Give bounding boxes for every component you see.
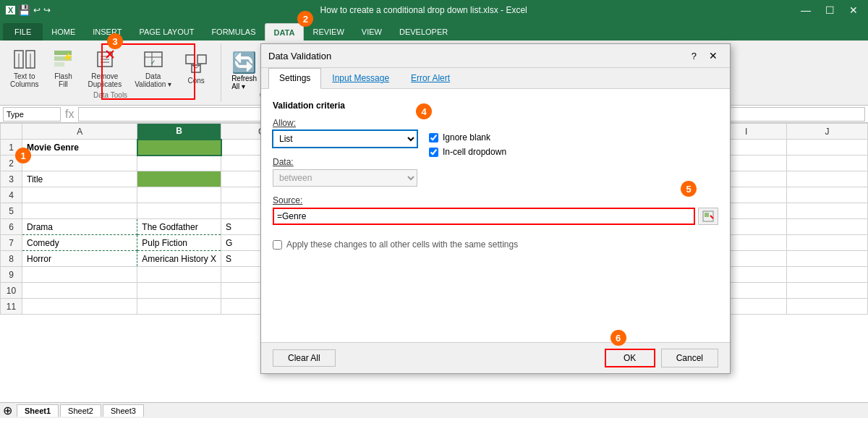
row-num-3: 3 — [1, 171, 22, 187]
cell-j5[interactable] — [787, 203, 868, 219]
cell-j6[interactable] — [787, 219, 868, 235]
formula-separator: fx — [65, 108, 74, 121]
minimize-button[interactable]: — — [796, 3, 815, 17]
cell-j8[interactable] — [787, 251, 868, 267]
tab-data[interactable]: DATA 2 — [265, 23, 305, 41]
source-field: Source: 5 — [273, 195, 718, 225]
badge-4: 4 — [416, 103, 432, 119]
undo-icon[interactable]: ↩ — [33, 5, 41, 15]
sheet-tab-3[interactable]: Sheet3 — [103, 404, 144, 417]
cell-a4[interactable] — [22, 187, 137, 203]
dialog-help-button[interactable]: ? — [687, 51, 701, 61]
source-label: Source: — [273, 195, 718, 205]
cell-b5[interactable] — [137, 203, 221, 219]
row-num-4: 4 — [1, 187, 22, 203]
sheet-tab-1[interactable]: Sheet1 — [17, 404, 59, 417]
dialog-tab-input-message[interactable]: Input Message — [321, 68, 400, 88]
cell-j11[interactable] — [787, 299, 868, 315]
ignore-blank-checkbox[interactable] — [429, 133, 438, 142]
remove-duplicates-label: RemoveDuplicates — [88, 72, 122, 88]
name-box[interactable] — [3, 107, 61, 122]
sheet-tab-2[interactable]: Sheet2 — [60, 404, 101, 417]
cell-a7[interactable]: Comedy — [22, 235, 137, 251]
cell-b11[interactable] — [137, 299, 221, 315]
source-select-button[interactable] — [698, 208, 718, 225]
new-sheet-button[interactable]: ⊕ — [3, 404, 12, 417]
cell-b8[interactable]: American History X — [137, 251, 221, 267]
cell-a8[interactable]: Horror — [22, 251, 137, 267]
data-validation-button[interactable]: ✓ DataValidation ▾ — [130, 45, 176, 91]
in-cell-dropdown-label: In-cell dropdown — [443, 147, 506, 157]
cancel-button[interactable]: Cancel — [661, 349, 718, 367]
ignore-blank-row: Ignore blank — [429, 132, 506, 142]
tab-view[interactable]: VIEW — [353, 23, 391, 41]
save-icon[interactable]: 💾 — [18, 4, 30, 16]
ok-button[interactable]: OK — [605, 349, 655, 367]
dialog-close-button[interactable]: ✕ — [704, 48, 723, 63]
tab-developer[interactable]: DEVELOPER — [391, 23, 456, 41]
refresh-all-button[interactable]: 🔄 RefreshAll ▾ — [227, 48, 261, 93]
cell-a9[interactable] — [22, 267, 137, 283]
col-header-j[interactable]: J — [787, 124, 868, 140]
cell-j7[interactable] — [787, 235, 868, 251]
dialog-title: Data Validation — [268, 51, 331, 61]
refresh-all-label: RefreshAll ▾ — [231, 75, 257, 90]
in-cell-dropdown-checkbox[interactable] — [429, 148, 438, 157]
cell-b10[interactable] — [137, 283, 221, 299]
data-label: Data: — [273, 157, 718, 167]
dialog-tab-error-alert[interactable]: Error Alert — [400, 68, 461, 88]
window-controls[interactable]: — ☐ ✕ — [796, 3, 862, 17]
cell-b9[interactable] — [137, 267, 221, 283]
redo-icon[interactable]: ↪ — [43, 5, 51, 15]
cell-b2[interactable] — [137, 156, 221, 171]
cell-a3[interactable]: Title — [22, 171, 137, 187]
tab-formulas[interactable]: FORMULAS — [203, 23, 264, 41]
dialog-tab-settings[interactable]: Settings — [268, 68, 321, 89]
cell-b7[interactable]: Pulp Fiction — [137, 235, 221, 251]
cell-j1[interactable] — [787, 140, 868, 156]
cell-j2[interactable] — [787, 156, 868, 171]
cell-a11[interactable] — [22, 299, 137, 315]
cell-j4[interactable] — [787, 187, 868, 203]
apply-changes-row: Apply these changes to all other cells w… — [273, 239, 718, 250]
cell-b3[interactable] — [137, 171, 221, 187]
source-input[interactable] — [273, 208, 695, 225]
cell-j3[interactable] — [787, 171, 868, 187]
tab-file[interactable]: FILE — [3, 23, 43, 41]
cell-j10[interactable] — [787, 283, 868, 299]
checkbox-group: Ignore blank In-cell dropdown — [429, 118, 506, 157]
svg-rect-23 — [705, 213, 709, 217]
flash-fill-button[interactable]: FlashFill — [47, 45, 79, 91]
title-bar-title: How to create a conditional drop down li… — [51, 5, 796, 15]
cell-a2[interactable] — [22, 156, 137, 171]
allow-select[interactable]: List Any value Whole number Decimal Date… — [273, 130, 417, 148]
consolidate-button[interactable]: Cons — [180, 49, 212, 88]
close-button[interactable]: ✕ — [845, 3, 862, 17]
allow-field: Allow: List Any value Whole number Decim… — [273, 118, 417, 148]
cell-j9[interactable] — [787, 267, 868, 283]
tab-home[interactable]: HOME — [43, 23, 84, 41]
cell-a5[interactable] — [22, 203, 137, 219]
cell-a10[interactable] — [22, 283, 137, 299]
cell-a1[interactable]: Movie Genre 1 — [22, 140, 137, 156]
clear-all-button[interactable]: Clear All — [273, 349, 336, 367]
col-header-b[interactable]: B — [137, 124, 221, 140]
remove-duplicates-button[interactable]: RemoveDuplicates — [83, 45, 126, 91]
cell-b6[interactable]: The Godfather — [137, 219, 221, 235]
title-bar-left: X 💾 ↩ ↪ — [6, 4, 51, 16]
cell-a6[interactable]: Drama — [22, 219, 137, 235]
svg-line-20 — [190, 64, 196, 68]
row-num-7: 7 — [1, 235, 22, 251]
maximize-button[interactable]: ☐ — [821, 3, 839, 17]
data-select[interactable]: between — [273, 169, 417, 187]
tab-review[interactable]: REVIEW — [304, 23, 352, 41]
apply-changes-checkbox[interactable] — [273, 240, 282, 250]
col-header-a[interactable]: A — [22, 124, 137, 140]
badge-6: 6 — [610, 330, 626, 346]
cell-b4[interactable] — [137, 187, 221, 203]
cell-b1[interactable] — [137, 140, 221, 156]
row-num-5: 5 — [1, 203, 22, 219]
text-to-columns-button[interactable]: Text toColumns — [6, 45, 43, 91]
text-to-columns-label: Text toColumns — [10, 72, 38, 88]
tab-page-layout[interactable]: PAGE LAYOUT — [130, 23, 203, 41]
